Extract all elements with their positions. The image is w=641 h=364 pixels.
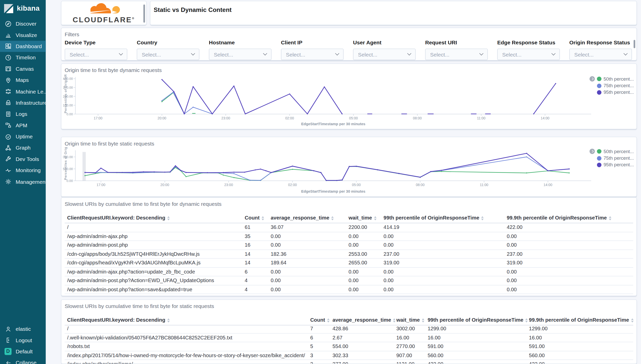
column-header-label: Count [245,215,260,221]
legend-item-95th-percent[interactable]: 95th percent... [590,162,636,167]
sidebar-item-infrastructure[interactable]: Infrastructure [0,97,46,108]
svg-text:0.00: 0.00 [66,179,73,183]
value-cell: 907.00 [396,351,412,360]
sidebar-item-discover[interactable]: Discover [0,18,46,29]
filter-select-edge-response-status[interactable]: Select... [497,49,560,60]
filter-select-origin-response-status[interactable]: Select... [569,49,632,60]
cloudflare-logo: CLOUDFLARE® [61,1,146,25]
legend-item-50th-percent[interactable]: 50th percent... [590,76,636,82]
column-header-label: 99.9th percentile of OriginResponseTime [507,215,607,221]
table-dynamic-slowest-uris-panel: Slowest URIs by cumulative time to first… [61,197,637,296]
value-cell: 3 [310,360,313,364]
legend-item-75th-percent[interactable]: 75th percent... [590,156,636,160]
sidebar: kibana DiscoverVisualizeDashboardTimelio… [0,0,46,364]
panel-scrollbar[interactable] [634,40,635,48]
filter-select-request-uri[interactable]: Select... [425,49,488,60]
timelion-icon [5,54,11,61]
uptime-icon [5,133,11,140]
sidebar-item-machine-le[interactable]: Machine Le... [0,86,46,97]
svg-text:1000.00: 1000.00 [63,155,73,159]
value-cell: 0.00 [507,267,517,276]
table-row: /cdn-cgi/apps/head/xVgyKhR-vV3dAUGhMqfBc… [65,259,633,267]
value-cell: 182.36 [271,250,286,259]
column-header-label: wait_time [348,215,372,221]
sidebar-item-maps[interactable]: Maps [0,75,46,86]
value-cell: 61 [245,223,251,232]
filter-select-device-type[interactable]: Select... [65,49,127,60]
sidebar-item-label: Dev Tools [16,156,39,162]
filter-select-user-agent[interactable]: Select... [353,49,416,60]
uri-cell: /.well-known/pki-validation/054075F6A27B… [67,333,308,342]
legend-item-75th-percent[interactable]: 75th percent... [590,83,636,88]
legend-item-50th-percent[interactable]: 50th percent... [590,149,636,154]
sidebar-item-label: Uptime [16,134,33,140]
sidebar-item-elastic[interactable]: elastic [0,323,46,335]
column-header-99th-percentile-of-originresponsetime[interactable]: 99th percentile of OriginResponseTime [384,212,484,223]
panel-scrollbar[interactable] [143,5,145,23]
sidebar-item-graph[interactable]: Graph [0,142,46,154]
value-cell: 0.00 [271,267,281,276]
value-cell: 5 [310,342,313,351]
column-header-wait-time[interactable]: wait_time [348,212,376,223]
column-header-average-response-time[interactable]: average_response_time [271,212,334,223]
sidebar-item-management[interactable]: Management [0,176,46,188]
value-cell: 14 [245,250,251,259]
column-header-99-9th-percentile-of-originresponsetime[interactable]: 99.9th percentile of OriginResponseTime [507,212,611,223]
column-header-clientrequesturi-keyword-descending[interactable]: ClientRequestURI.keyword: Descending [67,315,170,325]
value-cell: 377.00 [332,360,348,364]
column-header-99-9th-percentile-of-originresponsetime[interactable]: 99.9th percentile of OriginResponseTime [529,315,633,325]
svg-text:17:00: 17:00 [97,183,105,187]
value-cell: 0.00 [271,276,281,285]
chevron-down-icon [479,51,483,55]
svg-text:300.00: 300.00 [63,86,73,89]
column-header-count[interactable]: Count [245,212,264,223]
sidebar-item-canvas[interactable]: Canvas [0,63,46,75]
value-cell: 3002.00 [396,324,415,333]
value-cell: 0.00 [507,285,517,294]
sidebar-item-collapse[interactable]: Collapse [0,357,46,364]
value-cell: 0.00 [384,267,394,276]
sidebar-item-dashboard[interactable]: Dashboard [0,41,46,52]
filter-request-uri: Request URISelect... [425,40,488,60]
column-header-clientrequesturi-keyword-descending[interactable]: ClientRequestURI.keyword: Descending [67,212,170,223]
filter-select-hostname[interactable]: Select... [209,49,272,60]
value-cell: 414.19 [384,223,399,232]
filter-select-country[interactable]: Select... [137,49,199,60]
filters-panel-title: Filters [61,28,636,37]
table-title: Slowest URIs by cumulative time to first… [61,198,636,207]
sidebar-footer: elasticLogoutDDefaultCollapse [0,323,46,364]
sidebar-item-monitoring[interactable]: Monitoring [0,165,46,176]
sidebar-item-apm[interactable]: APM [0,120,46,131]
sort-icon [262,216,264,220]
table-title: Slowest URIs by cumulative time to first… [61,300,636,309]
uri-cell: /cdn-cgi/apps/body/3Lh52SjWTQ4HRlErJykHq… [67,250,242,259]
column-header-count[interactable]: Count [310,315,330,325]
sort-icon [481,216,484,220]
sidebar-item-timelion[interactable]: Timelion [0,52,46,63]
sidebar-item-logout[interactable]: Logout [0,335,46,346]
sidebar-item-visualize[interactable]: Visualize [0,29,46,41]
uri-cell: / [67,324,308,333]
sidebar-item-default[interactable]: DDefault [0,346,46,357]
legend-item-95th-percent[interactable]: 95th percent... [590,90,636,95]
kibana-logo-text: kibana [17,5,40,13]
value-cell: 0.00 [507,276,517,285]
sidebar-item-dev-tools[interactable]: Dev Tools [0,154,46,165]
svg-text:0.00: 0.00 [66,112,73,116]
column-header-label: wait_time [396,317,420,323]
column-header-label: 99.9th percentile of OriginResponseTime [529,317,629,323]
value-cell: 0.00 [384,232,394,241]
uri-cell: /wp-admin/admin-ajax.php?action=update_z… [67,267,242,276]
legend-expand-icon[interactable] [590,149,595,154]
column-header-99th-percentile-of-originresponsetime[interactable]: 99th percentile of OriginResponseTime [428,315,528,325]
filter-select-client-ip[interactable]: Select... [281,49,344,60]
kibana-logo[interactable]: kibana [0,0,46,17]
column-header-average-response-time[interactable]: average_response_time [332,315,396,325]
legend-expand-icon[interactable] [590,76,595,82]
table-row: /wp-admin/admin-post.php160.000.000.000.… [65,241,633,250]
sidebar-item-logs[interactable]: Logs [0,108,46,120]
column-header-wait-time[interactable]: wait_time [396,315,424,325]
sidebar-item-uptime[interactable]: Uptime [0,131,46,142]
sidebar-item-label: Graph [16,145,31,151]
chevron-down-icon [335,51,339,55]
